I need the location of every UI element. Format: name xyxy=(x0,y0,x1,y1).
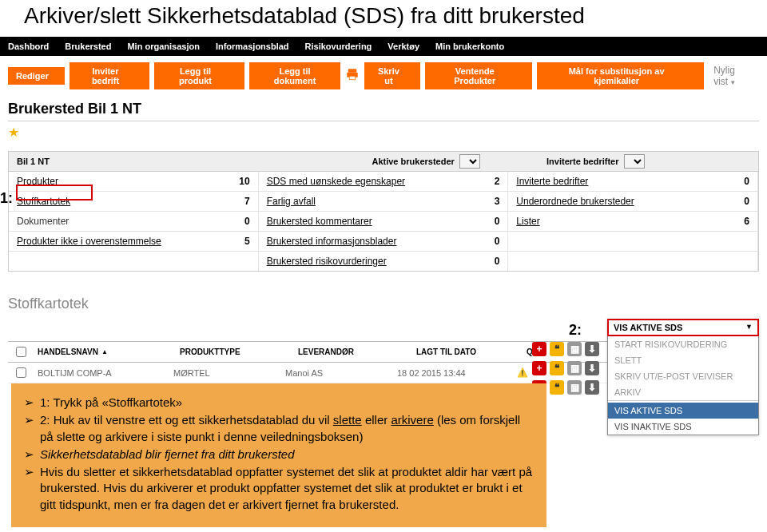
favorite-star-icon[interactable]: ★ xyxy=(0,123,767,145)
summary-cell-value: 0 xyxy=(244,216,250,227)
dd-arkiv[interactable]: ARKIV xyxy=(608,384,758,400)
summary-cell[interactable]: Brukersted kommentarer0 xyxy=(259,211,509,231)
menu-min-organisasjon[interactable]: Min organisasjon xyxy=(119,37,207,56)
aktive-brukersteder-select[interactable] xyxy=(459,154,480,169)
col-produkttype[interactable]: PRODUKTTYPE xyxy=(180,347,292,356)
grid-icon[interactable]: ▦ xyxy=(567,342,582,356)
aktive-brukersteder-label: Aktive brukersteder xyxy=(372,157,454,166)
rediger-button[interactable]: Rediger xyxy=(8,67,65,85)
summary-cell-value: 10 xyxy=(239,176,249,187)
divider xyxy=(8,121,759,121)
summary-cell-label[interactable]: Produkter ikke i overenstemmelse xyxy=(17,236,161,247)
ventende-produkter-button[interactable]: Ventende Produkter xyxy=(425,62,532,89)
row-checkbox[interactable] xyxy=(16,367,26,378)
summary-cell-label[interactable]: SDS med uønskede egenskaper xyxy=(267,176,405,187)
inviter-bedrift-button[interactable]: Inviter bedrift xyxy=(70,62,149,89)
chevron-down-icon: ▼ xyxy=(745,323,753,332)
summary-cell-value: 3 xyxy=(495,196,500,207)
col-handelsnavn[interactable]: HANDELSNAVN▲ xyxy=(38,347,173,356)
summary-cell-label[interactable]: Produkter xyxy=(17,176,58,187)
summary-cell-value: 7 xyxy=(244,196,250,207)
summary-cell[interactable]: Underordnede brukersteder0 xyxy=(508,191,758,211)
annotation-marker-1: 1: xyxy=(0,190,13,207)
dd-vis-inaktive[interactable]: VIS INAKTIVE SDS xyxy=(608,419,758,435)
summary-cell-label[interactable]: Brukersted risikovurderinger xyxy=(267,256,387,267)
summary-cell[interactable]: Brukersted risikovurderinger0 xyxy=(259,251,509,271)
summary-cell[interactable]: Stoffkartotek7 xyxy=(9,191,259,211)
comment-icon[interactable]: ❝ xyxy=(550,342,564,356)
annotation-marker-2: 2: xyxy=(569,322,582,339)
nylig-vist-link[interactable]: Nylig vist▾ xyxy=(713,65,759,87)
summary-grid: Produkter10SDS med uønskede egenskaper2I… xyxy=(9,172,758,271)
comment-icon[interactable]: ❝ xyxy=(550,380,564,395)
skriv-ut-button[interactable]: Skriv ut xyxy=(364,62,420,89)
summary-cell xyxy=(9,251,259,271)
cell-produkttype: MØRTEL xyxy=(173,368,285,378)
summary-cell xyxy=(508,251,758,271)
summary-cell-label[interactable]: Farlig avfall xyxy=(267,196,316,207)
summary-cell[interactable]: Farlig avfall3 xyxy=(259,191,509,211)
page-title: Arkiver/slett Sikkerhetsdatablad (SDS) f… xyxy=(0,0,767,37)
summary-cell-value: 0 xyxy=(495,216,500,227)
summary-cell-value: 0 xyxy=(744,176,749,187)
summary-cell-label[interactable]: Lister xyxy=(516,216,539,227)
summary-cell[interactable]: Inviterte bedrifter0 xyxy=(508,172,758,191)
col-leverandor[interactable]: LEVERANDØR xyxy=(298,347,410,356)
legg-til-produkt-button[interactable]: Legg til produkt xyxy=(154,62,244,89)
summary-cell[interactable]: Produkter ikke i overenstemmelse5 xyxy=(9,231,259,251)
summary-cell-value: 0 xyxy=(495,236,500,247)
summary-cell-label[interactable]: Underordnede brukersteder xyxy=(516,196,634,207)
legg-til-dokument-button[interactable]: Legg til dokument xyxy=(249,62,340,89)
menu-informasjonsblad[interactable]: Informasjonsblad xyxy=(208,37,297,56)
download-icon[interactable]: ⬇ xyxy=(585,361,599,375)
grid-icon[interactable]: ▦ xyxy=(567,361,582,375)
main-menubar: Dashbord Brukersted Min organisasjon Inf… xyxy=(0,37,767,56)
dd-slett[interactable]: SLETT xyxy=(608,352,758,368)
menu-risikovurdering[interactable]: Risikovurdering xyxy=(297,37,380,56)
add-icon[interactable]: + xyxy=(532,361,546,375)
summary-cell[interactable]: Lister6 xyxy=(508,211,758,231)
summary-cell-label[interactable]: Brukersted informasjonsblader xyxy=(267,236,397,247)
summary-cell-value: 0 xyxy=(495,256,500,267)
cell-leverandor: Manoi AS xyxy=(285,368,397,378)
summary-cell: Dokumenter0 xyxy=(9,211,259,231)
summary-panel: Bil 1 NT Aktive brukersteder Inviterte b… xyxy=(8,151,759,272)
sort-asc-icon: ▲ xyxy=(101,348,108,355)
summary-cell[interactable]: Brukersted informasjonsblader0 xyxy=(259,231,509,251)
summary-cell-label[interactable]: Brukersted kommentarer xyxy=(267,216,372,227)
select-all-checkbox[interactable] xyxy=(16,347,26,357)
grid-icon[interactable]: ▦ xyxy=(567,380,582,395)
sds-filter-selected[interactable]: VIS AKTIVE SDS▼ xyxy=(607,319,759,336)
add-icon[interactable]: + xyxy=(532,342,546,356)
callout-line-1: 1: Trykk på «Stoffkartotek» xyxy=(24,395,534,411)
brukersted-heading: Brukersted Bil 1 NT xyxy=(0,96,767,121)
col-lagt-til-dato[interactable]: LAGT TIL DATO xyxy=(416,347,520,356)
menu-brukersted[interactable]: Brukersted xyxy=(57,37,119,56)
download-icon[interactable]: ⬇ xyxy=(585,342,599,356)
sds-filter-dropdown[interactable]: VIS AKTIVE SDS▼ START RISIKOVURDERING SL… xyxy=(607,319,759,435)
inviterte-bedrifter-label: Inviterte bedrifter xyxy=(546,157,618,166)
menu-dashbord[interactable]: Dashbord xyxy=(0,37,57,56)
mal-substitusjon-button[interactable]: Mål for substitusjon av kjemikalier xyxy=(537,62,704,89)
callout-line-2: 2: Huk av til venstre ett og ett sikkerh… xyxy=(24,412,534,445)
comment-icon[interactable]: ❝ xyxy=(550,361,564,375)
panel-header-label: Bil 1 NT xyxy=(9,152,58,171)
download-icon[interactable]: ⬇ xyxy=(585,380,599,395)
dd-vis-aktive[interactable]: VIS AKTIVE SDS xyxy=(608,403,758,419)
inviterte-bedrifter-select[interactable] xyxy=(624,154,645,169)
callout-line-4: Hvis du sletter et sikkerhetsdatablad op… xyxy=(24,464,534,513)
dd-start-risk[interactable]: START RISIKOVURDERING xyxy=(608,336,758,352)
summary-cell[interactable]: Produkter10 xyxy=(9,172,259,191)
dd-skriv-ut[interactable]: SKRIV UT/E-POST VEIVISER xyxy=(608,368,758,384)
summary-cell xyxy=(508,231,758,251)
summary-cell-label[interactable]: Inviterte bedrifter xyxy=(516,176,588,187)
summary-cell-value: 5 xyxy=(244,236,250,247)
svg-rect-2 xyxy=(350,76,356,80)
summary-cell-label[interactable]: Stoffkartotek xyxy=(17,196,70,207)
menu-min-brukerkonto[interactable]: Min brukerkonto xyxy=(427,37,512,56)
stoffkartotek-heading: Stoffkartotek xyxy=(0,280,767,317)
menu-verktoy[interactable]: Verktøy xyxy=(380,37,427,56)
print-icon[interactable] xyxy=(345,67,360,85)
summary-cell[interactable]: SDS med uønskede egenskaper2 xyxy=(259,172,509,191)
row-action-icons: + ❝ ▦ ⬇ xyxy=(532,342,599,356)
